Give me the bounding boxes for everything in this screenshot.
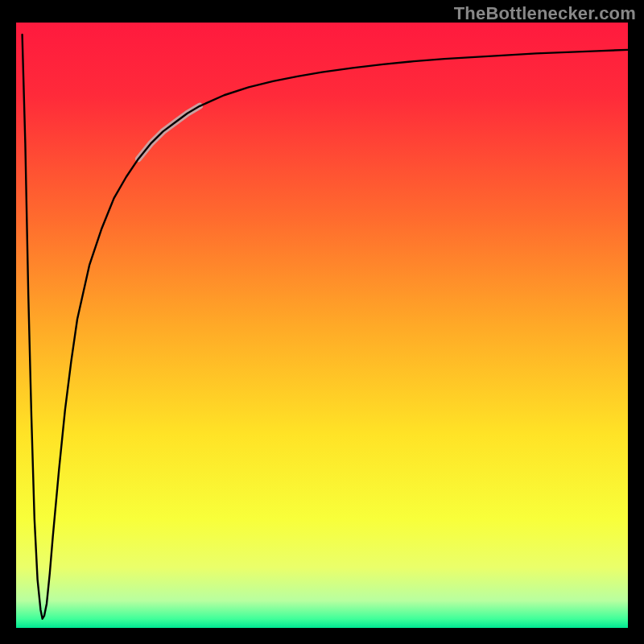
chart-background: [16, 23, 628, 628]
bottleneck-chart: [16, 23, 628, 628]
watermark-label: TheBottlenecker.com: [454, 3, 636, 24]
chart-frame: TheBottlenecker.com: [0, 0, 644, 644]
